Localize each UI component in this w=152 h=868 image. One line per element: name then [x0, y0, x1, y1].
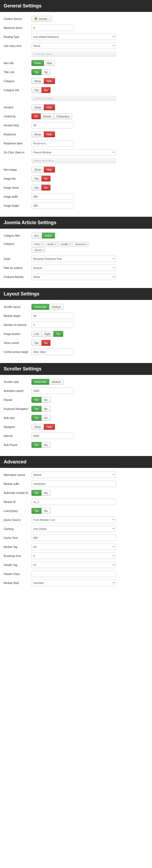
no-button[interactable]: No	[41, 397, 50, 403]
category-tag[interactable]: - Business×	[72, 242, 89, 247]
scroller-layout-toggle[interactable]: HorizontalVertical	[32, 304, 64, 310]
tag-remove-icon[interactable]: ×	[54, 243, 56, 246]
limited-by-toggle[interactable]: NoWordsCharacters	[32, 114, 72, 119]
yes-button[interactable]: Yes	[32, 176, 41, 182]
cache-time-input[interactable]	[32, 535, 116, 541]
no-button[interactable]: No	[41, 340, 50, 346]
hide-button[interactable]: Hide	[44, 104, 55, 110]
image-width-input[interactable]	[32, 193, 74, 200]
no-button[interactable]: No	[32, 114, 41, 119]
no-button[interactable]: No	[41, 176, 50, 182]
module-height-input[interactable]	[32, 313, 74, 319]
hide-button[interactable]: Hide	[44, 167, 55, 173]
load-jquery-toggle[interactable]: YesNo	[32, 508, 50, 514]
yes-button[interactable]: Yes	[32, 69, 41, 75]
autopause-toggle[interactable]: YesNo	[32, 442, 50, 448]
filter-authors-select[interactable]: Anyone	[32, 265, 116, 271]
category-link-toggle[interactable]: YesNo	[32, 87, 50, 93]
yes-button[interactable]: Yes	[32, 490, 41, 496]
module-tag-select[interactable]: div	[32, 544, 116, 550]
yes-button[interactable]: Yes	[32, 415, 41, 421]
yes-button[interactable]: Yes	[32, 406, 41, 412]
hide-button[interactable]: Hide	[44, 78, 55, 84]
category-filter-toggle[interactable]: ALLSelect	[32, 232, 55, 239]
category-toggle[interactable]: ShowHide	[32, 78, 55, 84]
category-tag[interactable]: - Tech×	[32, 242, 44, 247]
category-tag[interactable]: - World×	[44, 242, 58, 247]
no-button[interactable]: No	[41, 87, 50, 93]
tag-remove-icon[interactable]: ×	[41, 243, 42, 246]
image-position-toggle[interactable]: LeftRightTop	[32, 331, 63, 337]
tag-remove-icon[interactable]: ×	[69, 243, 70, 246]
on-click-select[interactable]: Parent Window	[32, 149, 116, 156]
yes-button[interactable]: Yes	[32, 340, 41, 346]
order-select[interactable]: Recently Published First	[32, 256, 116, 262]
no-button[interactable]: No	[41, 490, 50, 496]
yes-button[interactable]: Yes	[32, 442, 41, 448]
item-title-toggle[interactable]: ShowHide	[32, 60, 55, 66]
no-button[interactable]: No	[41, 406, 50, 412]
show-button[interactable]: Show	[32, 78, 44, 84]
category-tag[interactable]: - Health×	[58, 242, 72, 247]
caching-select[interactable]: Use Global	[32, 526, 116, 532]
item-image-toggle[interactable]: ShowHide	[32, 167, 55, 173]
yes-button[interactable]: Yes	[32, 397, 41, 403]
select-button[interactable]: Select	[42, 232, 55, 239]
all-button[interactable]: ALL	[32, 232, 42, 239]
scroller-style-toggle[interactable]: HorizontalVertical	[32, 379, 64, 385]
show-control-toggle[interactable]: YesNo	[32, 340, 50, 346]
alt-layout-select[interactable]: default	[32, 472, 116, 478]
module-id-input[interactable]	[32, 499, 116, 505]
yes-button[interactable]: Yes	[32, 185, 41, 190]
use-menu-select[interactable]: Home	[32, 43, 116, 49]
horizontal-button[interactable]: Horizontal	[32, 304, 49, 310]
readmore-label-input[interactable]	[32, 140, 74, 147]
hide-button[interactable]: Hide	[44, 131, 55, 137]
image-link-toggle[interactable]: YesNo	[32, 176, 50, 182]
no-button[interactable]: No	[41, 508, 50, 514]
content-source-dropdown[interactable]: Joomla▼	[32, 16, 52, 22]
show-button[interactable]: Show	[32, 60, 44, 66]
category-tags[interactable]: - Tech×- World×- Health×- Business×- Spo…	[32, 241, 89, 253]
routing-type-select[interactable]: Use default behaviour	[32, 34, 116, 40]
no-button[interactable]: No	[41, 69, 50, 75]
bootstrap-select[interactable]: 0	[32, 553, 116, 559]
show-button[interactable]: Show	[32, 104, 44, 110]
columns-input[interactable]	[32, 322, 74, 328]
interval-input[interactable]	[32, 433, 74, 439]
header-class-input[interactable]	[32, 571, 116, 577]
repeat-toggle[interactable]: YesNo	[32, 397, 50, 403]
keyboard-toggle[interactable]: YesNo	[32, 406, 50, 412]
tag-remove-icon[interactable]: ×	[43, 249, 44, 251]
module-suffix-input[interactable]	[32, 480, 116, 487]
readmore-toggle[interactable]: ShowHide	[32, 131, 55, 137]
vertical-button[interactable]: Vertical	[49, 379, 64, 385]
speed-input[interactable]	[32, 388, 74, 394]
max-items-input[interactable]	[32, 25, 74, 31]
right-button[interactable]: Right	[42, 331, 53, 337]
vertical-button[interactable]: Vertical	[49, 304, 64, 310]
characters-button[interactable]: Characters	[54, 114, 72, 119]
horizontal-button[interactable]: Horizontal	[32, 379, 49, 385]
image-resize-toggle[interactable]: YesNo	[32, 185, 50, 190]
introtext-toggle[interactable]: ShowHide	[32, 104, 55, 110]
featured-select[interactable]: Show	[32, 274, 116, 280]
header-tag-select[interactable]: h3	[32, 562, 116, 568]
introtext-limit-input[interactable]	[32, 122, 74, 128]
left-button[interactable]: Left	[32, 331, 42, 337]
module-style-select[interactable]: inherited	[32, 580, 116, 586]
yes-button[interactable]: Yes	[32, 87, 41, 93]
hide-button[interactable]: Hide	[44, 60, 55, 66]
title-link-toggle[interactable]: YesNo	[32, 69, 50, 75]
arrow-margin-input[interactable]	[32, 349, 74, 355]
show-button[interactable]: Show	[32, 424, 44, 430]
yes-button[interactable]: Yes	[32, 508, 41, 514]
auto-id-toggle[interactable]: YesNo	[32, 490, 50, 496]
jquery-source-select[interactable]: From Module Core	[32, 517, 116, 523]
no-button[interactable]: No	[41, 415, 50, 421]
autoplay-toggle[interactable]: YesNo	[32, 415, 50, 421]
show-button[interactable]: Show	[32, 167, 44, 173]
words-button[interactable]: Words	[41, 114, 54, 119]
no-button[interactable]: No	[41, 442, 50, 448]
navigator-toggle[interactable]: ShowHide	[32, 424, 55, 430]
